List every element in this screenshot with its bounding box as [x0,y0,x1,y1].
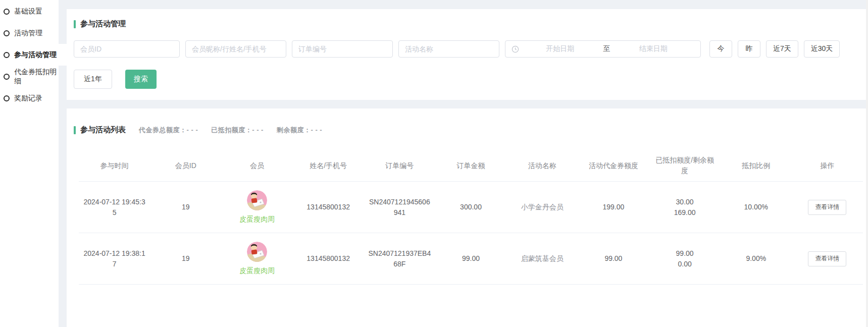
member-avatar [247,242,267,262]
cell-member-id: 19 [150,199,221,215]
list-panel-title: 参与活动列表 [74,125,126,135]
col-time: 参与时间 [79,157,150,174]
filter-panel-title: 参与活动管理 [74,19,860,29]
quick-today-button[interactable]: 今 [709,40,732,58]
total-voucher-stat: 代金券总额度：- - - [139,126,198,135]
cell-order-no: SN2407121945606941 [364,194,435,221]
scrollbar-track[interactable] [866,0,868,327]
view-detail-button[interactable]: 查看详情 [808,251,846,266]
voucher-summary: 代金券总额度：- - - 已抵扣额度：- - - 剩余额度：- - - [139,126,322,135]
activity-name-input[interactable] [398,40,499,58]
list-panel: 参与活动列表 代金券总额度：- - - 已抵扣额度：- - - 剩余额度：- -… [67,108,868,327]
col-order-no: 订单编号 [364,157,435,174]
circle-icon [4,52,10,58]
participation-table: 参与时间 会员ID 会员 姓名/手机号 订单编号 订单金额 活动名称 活动代金券… [79,150,863,285]
title-accent-bar [74,126,76,134]
sidebar-item-participation-management[interactable]: 参与活动管理 [0,44,59,66]
quick-1year-button[interactable]: 近1年 [74,70,112,89]
quick-30days-button[interactable]: 近30天 [804,40,840,58]
col-action: 操作 [792,157,863,174]
cell-activity-name: 小学金丹会员 [506,199,578,215]
end-date-placeholder: 结束日期 [612,44,695,53]
sidebar-item-label: 基础设置 [14,7,42,16]
title-accent-bar [74,20,76,28]
member-nickname[interactable]: 皮蛋瘦肉周 [239,265,275,276]
sidebar-item-label: 活动管理 [14,29,42,38]
col-deducted-remaining: 已抵扣额度/剩余额度 [649,152,721,179]
cell-order-no: SN2407121937EB468F [364,245,435,272]
top-margin-strip [67,0,868,9]
member-avatar [247,190,267,210]
cell-phone: 13145800132 [293,250,364,267]
cell-action: 查看详情 [792,197,863,218]
cell-order-amount: 99.00 [435,250,506,267]
sidebar-item-activity-management[interactable]: 活动管理 [0,22,59,44]
sidebar-item-label: 参与活动管理 [14,50,57,60]
table-header-row: 参与时间 会员ID 会员 姓名/手机号 订单编号 订单金额 活动名称 活动代金券… [79,150,863,181]
circle-icon [4,30,10,36]
nickname-name-phone-input[interactable] [185,40,286,58]
table-row: 2024-07-12 19:45:35 19 [79,181,863,233]
col-name-phone: 姓名/手机号 [293,157,364,174]
col-member: 会员 [221,157,292,174]
cell-phone: 13145800132 [293,199,364,215]
clock-icon [512,45,519,53]
col-voucher-amount: 活动代金券额度 [578,157,649,174]
cell-time: 2024-07-12 19:38:17 [79,245,150,272]
col-member-id: 会员ID [150,157,221,174]
main-content: 参与活动管理 开始日期 至 结束日期 今 昨 近7天 近30天 [67,0,868,327]
cell-ratio: 10.00% [721,199,792,215]
deducted-stat: 已抵扣额度：- - - [211,126,264,135]
circle-icon [4,9,10,15]
col-activity-name: 活动名称 [506,157,578,174]
circle-icon [4,74,10,80]
list-title: 参与活动列表 [80,125,126,135]
cell-deducted-remaining: 99.00 0.00 [649,245,721,272]
quick-yesterday-button[interactable]: 昨 [738,40,760,58]
sidebar: 基础设置 活动管理 参与活动管理 代金券抵扣明细 奖励记录 [0,0,59,327]
remaining-stat: 剩余额度：- - - [277,126,322,135]
cell-order-amount: 300.00 [435,199,506,215]
date-range-picker[interactable]: 开始日期 至 结束日期 [505,40,701,58]
filter-row-2: 近1年 搜索 [74,70,860,89]
quick-7days-button[interactable]: 近7天 [766,40,798,58]
member-id-input[interactable] [74,40,180,58]
circle-icon [4,95,10,101]
sidebar-item-label: 代金券抵扣明细 [14,68,59,86]
cell-ratio: 9.00% [721,250,792,267]
list-panel-header: 参与活动列表 代金券总额度：- - - 已抵扣额度：- - - 剩余额度：- -… [74,125,863,135]
sidebar-item-voucher-deduction-detail[interactable]: 代金券抵扣明细 [0,66,59,87]
page-title: 参与活动管理 [80,19,126,29]
table-row: 2024-07-12 19:38:17 19 [79,233,863,284]
col-order-amount: 订单金额 [435,157,506,174]
cell-member-id: 19 [150,250,221,267]
col-ratio: 抵扣比例 [721,157,792,174]
view-detail-button[interactable]: 查看详情 [808,200,846,215]
sidebar-item-label: 奖励记录 [14,94,42,103]
cell-time: 2024-07-12 19:45:35 [79,194,150,221]
filter-row-1: 开始日期 至 结束日期 今 昨 近7天 近30天 [74,40,860,58]
date-range-to-label: 至 [601,44,612,53]
cell-activity-name: 启蒙筑基会员 [506,250,578,267]
panel-separator [67,100,868,108]
cell-action: 查看详情 [792,248,863,269]
start-date-placeholder: 开始日期 [519,44,601,53]
cell-voucher-amount: 99.00 [578,250,649,267]
cell-member: 皮蛋瘦肉周 [221,187,292,228]
member-nickname[interactable]: 皮蛋瘦肉周 [239,214,275,225]
filter-panel: 参与活动管理 开始日期 至 结束日期 今 昨 近7天 近30天 [67,9,868,100]
cell-member: 皮蛋瘦肉周 [221,239,292,279]
sidebar-item-reward-records[interactable]: 奖励记录 [0,87,59,109]
order-no-input[interactable] [292,40,393,58]
cell-deducted-remaining: 30.00 169.00 [649,194,721,221]
search-button[interactable]: 搜索 [125,70,157,89]
cell-voucher-amount: 199.00 [578,199,649,215]
sidebar-item-basic-settings[interactable]: 基础设置 [0,1,59,22]
app-window: 基础设置 活动管理 参与活动管理 代金券抵扣明细 奖励记录 参与活动管理 [0,0,868,327]
